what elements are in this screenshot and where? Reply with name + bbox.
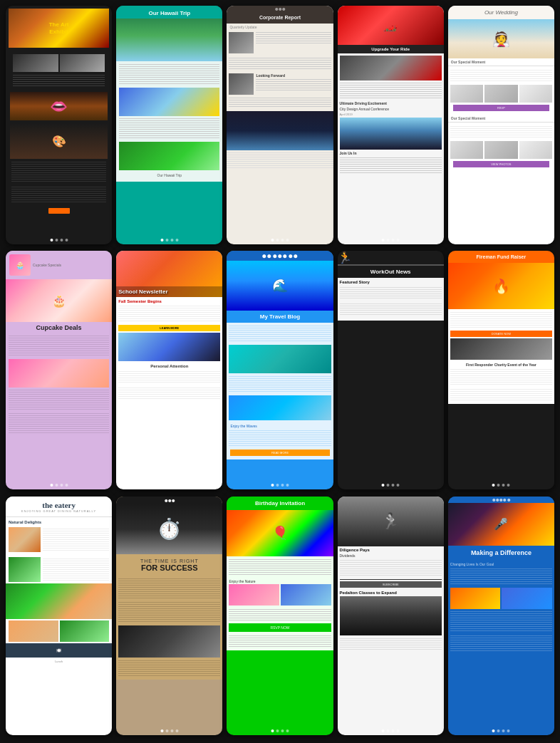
workout-dots xyxy=(382,484,400,487)
school-img xyxy=(118,333,220,361)
template-fireman[interactable]: Fireman Fund Raiser 🔥 DONATE NOW First R… xyxy=(448,251,554,489)
workout-title: WorkOut News xyxy=(338,264,444,278)
upgrade-dots xyxy=(382,239,400,241)
eatery-logo-bottom: 🍽️ xyxy=(6,643,112,658)
template-success[interactable]: ⬤ ⬤ ⬤ ⏱️ THE TIME IS RIGHT FOR SUCCESS xyxy=(116,497,222,735)
eatery-header: the eatery ENJOYING GREAT DINING NATURAL… xyxy=(6,497,112,515)
success-title-section: THE TIME IS RIGHT FOR SUCCESS xyxy=(116,554,222,576)
workout-sub-runner: 🏃 xyxy=(338,497,444,546)
workout-sub-section3: Pedalton Classes to Expand xyxy=(340,591,442,595)
template-upgrade-ride[interactable]: 🏎️ Upgrade Your Ride Ultimate Driving Ex… xyxy=(338,6,444,244)
eatery-thumb1 xyxy=(9,620,58,642)
eatery-dots xyxy=(50,729,68,732)
travel-dots xyxy=(271,484,289,487)
corporate-section2: Looking Forward xyxy=(256,73,331,78)
wedding-hero: 👰 xyxy=(448,19,554,58)
template-birthday[interactable]: Birthday Invitation 🎈 Enjoy the Nature R… xyxy=(227,497,333,735)
template-hawaii-trip[interactable]: Our Hawaii Trip Our Hawaii Trip xyxy=(116,6,222,244)
cupcake-dots xyxy=(50,484,68,487)
eatery-full-img xyxy=(6,583,112,619)
making-diff-logo: ⬤ ⬤ ⬤ ⬤ ⬤ xyxy=(448,497,554,503)
fireman-hero: 🔥 xyxy=(448,263,554,309)
making-diff-img2 xyxy=(502,588,552,609)
workout-sub-section2: Dividends xyxy=(338,554,444,559)
template-wedding[interactable]: Our Wedding 👰 Our Special Moment RSVP Ou… xyxy=(448,6,554,244)
workout-sub-cyclist xyxy=(340,596,442,635)
birthday-hero: 🎈 xyxy=(227,510,333,556)
travel-surf-img xyxy=(229,395,331,420)
eatery-section1: Natural Delights xyxy=(6,519,112,526)
fireman-event: First Responder Charity Event of the Yea… xyxy=(450,361,552,368)
wedding-section1: Our Special Moment xyxy=(448,58,554,66)
cupcake-hero: 🎂 xyxy=(6,279,112,322)
upgrade-section3: City Design Annual Conference xyxy=(340,107,442,111)
eatery-thumb2 xyxy=(60,620,110,642)
workout-sub-dots xyxy=(382,729,400,732)
upgrade-title: Upgrade Your Ride xyxy=(338,45,444,53)
school-section1: Fall Semester Begins xyxy=(118,299,220,303)
travel-section1: Enjoy the Waves xyxy=(229,422,331,430)
school-cta[interactable]: LEARN MORE xyxy=(118,325,220,331)
cupcake-logo: 🧁 xyxy=(9,254,31,276)
eatery-food1 xyxy=(9,527,41,552)
cupcake-row xyxy=(9,359,109,388)
upgrade-date: April 2019 xyxy=(340,113,442,116)
school-section2: Personal Attention xyxy=(118,363,220,370)
workout-sub-cta[interactable]: SUBSCRIBE xyxy=(340,581,442,588)
birthday-dots xyxy=(271,729,289,732)
travel-cta[interactable]: READ MORE xyxy=(230,450,329,456)
hawaii-dots xyxy=(160,239,178,241)
fireman-group xyxy=(450,338,552,360)
upgrade-join: Join Us In xyxy=(340,151,442,155)
upgrade-hero: 🏎️ xyxy=(338,6,444,45)
wedding-dots xyxy=(492,239,510,241)
wedding-cta[interactable]: RSVP xyxy=(453,105,549,111)
school-hero: School Newsletter xyxy=(116,251,222,297)
fireman-cta[interactable]: DONATE NOW xyxy=(450,331,552,337)
template-eatery[interactable]: the eatery ENJOYING GREAT DINING NATURAL… xyxy=(6,497,112,735)
success-dots xyxy=(160,729,178,732)
corporate-dots xyxy=(271,239,289,241)
birthday-section1: Enjoy the Nature xyxy=(229,578,331,584)
template-cupcake[interactable]: 🧁 Cupcake Specials 🎂 Cupcake Deals xyxy=(6,251,112,489)
success-logo: ⬤ ⬤ ⬤ xyxy=(116,497,222,504)
birthday-header: Birthday Invitation xyxy=(227,497,333,510)
templates-gallery: The Art Exhibit 👄 🎨 xyxy=(0,0,560,743)
art-exhibit-hero: The Art Exhibit xyxy=(9,9,109,48)
template-art-exhibit[interactable]: The Art Exhibit 👄 🎨 xyxy=(6,6,112,244)
travel-mid-img xyxy=(229,345,331,373)
template-making-diff[interactable]: ⬤ ⬤ ⬤ ⬤ ⬤ 🎤 Making a Difference Changing… xyxy=(448,497,554,735)
template-school[interactable]: School Newsletter Fall Semester Begins L… xyxy=(116,251,222,489)
eatery-food2 xyxy=(9,557,41,582)
hawaii-caption: Our Hawaii Trip xyxy=(119,172,219,179)
birthday-cta[interactable]: RSVP NOW xyxy=(229,623,331,632)
workout-runner: 🏃 xyxy=(338,251,444,264)
hawaii-header: Our Hawaii Trip xyxy=(116,6,222,19)
success-people xyxy=(118,625,220,658)
art-exhibit-dots xyxy=(50,239,68,241)
corporate-sub: Quarterly Update xyxy=(227,24,333,31)
template-travel-blog[interactable]: ⬤ ⬤ ⬤ ⬤ ⬤ ⬤ ⬤ 🌊 My Travel Blog Enjoy the… xyxy=(227,251,333,489)
making-diff-hero: 🎤 xyxy=(448,503,554,546)
travel-header: ⬤ ⬤ ⬤ ⬤ ⬤ ⬤ ⬤ xyxy=(227,251,333,261)
upgrade-section2: Ultimate Driving Excitement xyxy=(340,101,442,105)
travel-title: My Travel Blog xyxy=(227,311,333,323)
success-clock: ⏱️ xyxy=(116,504,222,554)
template-workout-sub[interactable]: 🏃 Diligence Pays Dividends SUBSCRIBE Ped… xyxy=(338,497,444,735)
travel-hero: 🌊 xyxy=(227,261,333,311)
cupcake-header: 🧁 Cupcake Specials xyxy=(6,251,112,279)
cupcake-title: Cupcake Deals xyxy=(6,322,112,333)
template-workout[interactable]: 🏃 WorkOut News Featured Story xyxy=(338,251,444,489)
corporate-header: Corporate Report xyxy=(227,11,333,24)
fireman-dots xyxy=(492,484,510,487)
making-diff-section1: Changing Lives Is Our Goal xyxy=(450,562,552,566)
wedding-cta2[interactable]: VIEW PHOTOS xyxy=(453,161,549,167)
hawaii-hero xyxy=(116,19,222,61)
workout-sub-section1: Diligence Pays xyxy=(338,546,444,554)
wedding-header: Our Wedding xyxy=(448,6,554,19)
school-title: School Newsletter xyxy=(118,289,220,295)
template-corporate[interactable]: ⬤ ⬤ ⬤ Corporate Report Quarterly Update xyxy=(227,6,333,244)
birthday-photo1 xyxy=(229,584,279,606)
making-diff-title: Making a Difference xyxy=(448,546,554,560)
fireman-header: Fireman Fund Raiser xyxy=(448,251,554,263)
